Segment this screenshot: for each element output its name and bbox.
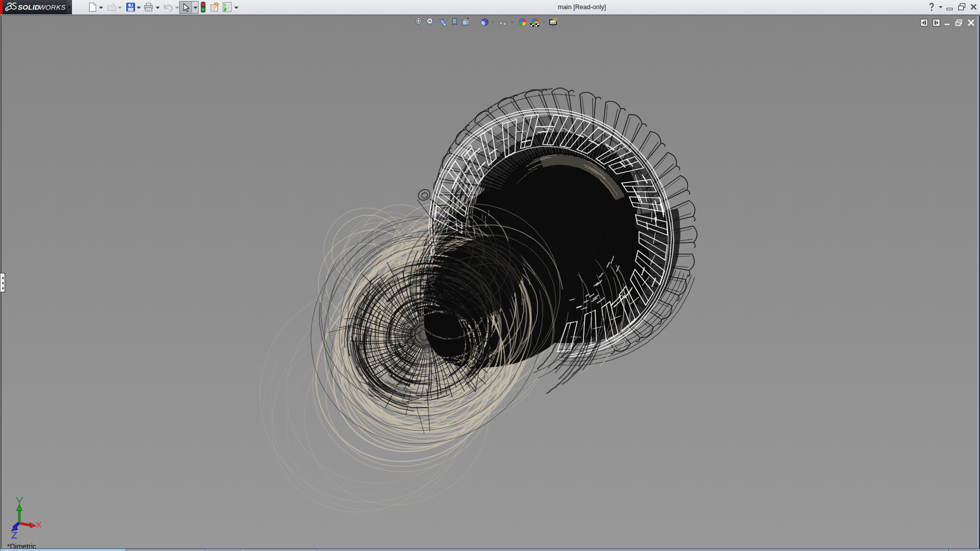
svg-text:WORKS: WORKS xyxy=(39,4,66,11)
svg-text:SOLID: SOLID xyxy=(18,4,40,11)
